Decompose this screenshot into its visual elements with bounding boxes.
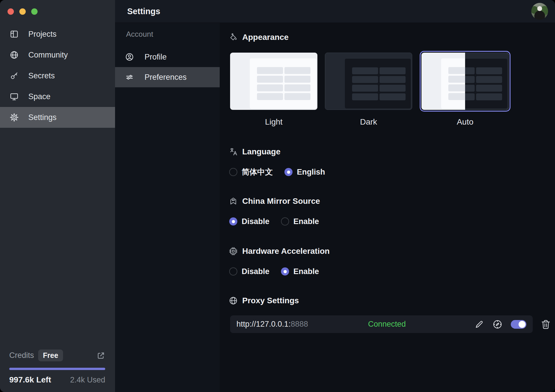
radio-label: English [297, 168, 325, 177]
preferences-panel: Appearance Light Dark [220, 23, 555, 392]
paint-bucket-icon [229, 33, 238, 42]
radio-label: Disable [242, 217, 269, 226]
china-mirror-section-header: China Mirror Source [229, 195, 320, 208]
credits-used: 2.4k Used [70, 376, 105, 384]
settings-nav-item-label: Profile [145, 53, 167, 62]
test-proxy-speed-button[interactable] [493, 319, 502, 329]
close-window-button[interactable] [8, 8, 14, 15]
selected-theme-border [420, 51, 510, 112]
settings-nav-item-preferences[interactable]: Preferences [115, 67, 220, 87]
sidebar-item-community[interactable]: Community [0, 45, 115, 65]
appearance-section-header: Appearance [229, 31, 288, 44]
dark-theme-preview [325, 53, 412, 110]
title-bar: Settings [115, 0, 555, 23]
radio-language-chinese[interactable] [229, 168, 237, 176]
light-theme-preview [230, 53, 317, 110]
credits-panel: Credits Free 997.6k Left 2.4k Used [9, 350, 105, 384]
trash-icon [541, 319, 551, 330]
theme-option-light[interactable]: Light [230, 53, 317, 127]
settings-nav-item-label: Preferences [145, 73, 187, 82]
section-title: Hardware Acceleration [242, 247, 330, 256]
open-credits-button[interactable] [97, 351, 105, 360]
proxy-status-badge: Connected [368, 320, 406, 329]
theme-option-auto[interactable]: Auto [420, 53, 510, 127]
zoom-window-button[interactable] [31, 8, 38, 15]
layout-icon [10, 30, 18, 38]
proxy-entry-row: http://127.0.0.1:8888 Connected [230, 315, 533, 333]
credits-remaining: 997.6k Left [9, 375, 51, 384]
compass-icon [493, 319, 502, 329]
china-mirror-radio-group: Disable Enable [229, 216, 319, 227]
theme-option-label: Dark [360, 117, 377, 127]
proxy-enabled-toggle[interactable] [511, 320, 526, 329]
sidebar: Projects Community Secrets [0, 0, 115, 392]
hardware-acceleration-radio-group: Disable Enable [229, 266, 319, 277]
user-avatar[interactable] [531, 3, 548, 20]
toggle-knob [519, 321, 526, 328]
proxy-url: http://127.0.0.1:8888 [236, 320, 308, 329]
sidebar-item-space[interactable]: Space [0, 86, 115, 107]
settings-nav-section-label: Account [126, 30, 220, 39]
radio-language-english[interactable] [284, 168, 293, 176]
section-title: China Mirror Source [242, 197, 320, 206]
auto-theme-preview [421, 53, 509, 110]
radio-label: Enable [293, 267, 319, 276]
theme-option-label: Light [265, 117, 283, 127]
radio-label: Disable [242, 267, 269, 276]
key-icon [10, 71, 18, 80]
edit-proxy-button[interactable] [474, 319, 484, 329]
theme-option-dark[interactable]: Dark [325, 53, 412, 127]
pencil-icon [474, 319, 484, 329]
credits-progress-bar [9, 368, 105, 370]
monitor-icon [10, 92, 18, 101]
settings-nav-item-profile[interactable]: Profile [115, 47, 220, 67]
external-link-icon [97, 351, 105, 360]
language-section-header: Language [229, 145, 280, 158]
gear-icon [10, 113, 18, 122]
proxy-port: 8888 [291, 320, 308, 328]
plan-badge: Free [38, 350, 63, 361]
radio-mirror-disable[interactable] [229, 217, 237, 225]
hardware-acceleration-section-header: Hardware Acceleration [229, 245, 330, 258]
radio-hwaccel-enable[interactable] [281, 267, 289, 275]
section-title: Language [242, 147, 280, 156]
proxy-section-header: Proxy Settings [229, 294, 299, 307]
theme-option-label: Auto [457, 117, 473, 127]
sidebar-item-label: Projects [28, 30, 57, 39]
mirror-banner-icon [229, 197, 238, 206]
radio-label: 简体中文 [242, 167, 273, 177]
page-title: Settings [127, 7, 160, 16]
sliders-icon [125, 73, 134, 82]
sidebar-nav: Projects Community Secrets [0, 24, 115, 128]
section-title: Appearance [242, 33, 288, 42]
minimize-window-button[interactable] [19, 8, 26, 15]
sidebar-item-secrets[interactable]: Secrets [0, 65, 115, 86]
section-title: Proxy Settings [242, 296, 299, 305]
radio-label: Enable [293, 217, 319, 226]
sidebar-item-settings[interactable]: Settings [0, 107, 115, 128]
sidebar-item-projects[interactable]: Projects [0, 24, 115, 45]
radio-hwaccel-disable[interactable] [229, 267, 237, 275]
globe-icon [229, 296, 238, 305]
sidebar-item-label: Community [28, 51, 68, 60]
theme-options: Light Dark [230, 53, 510, 127]
user-circle-icon [125, 53, 134, 61]
app-window: Projects Community Secrets [0, 0, 555, 392]
cpu-icon [229, 247, 238, 256]
delete-proxy-button[interactable] [541, 319, 551, 330]
language-radio-group: 简体中文 English [229, 166, 325, 178]
globe-icon [10, 51, 18, 59]
settings-nav: Account Profile Preferences [115, 23, 220, 392]
window-controls [8, 8, 38, 15]
sidebar-item-label: Secrets [28, 71, 55, 80]
translate-icon [229, 147, 238, 156]
radio-mirror-enable[interactable] [281, 217, 289, 225]
credits-label: Credits [9, 351, 34, 360]
sidebar-item-label: Settings [28, 113, 57, 122]
sidebar-item-label: Space [28, 92, 51, 101]
